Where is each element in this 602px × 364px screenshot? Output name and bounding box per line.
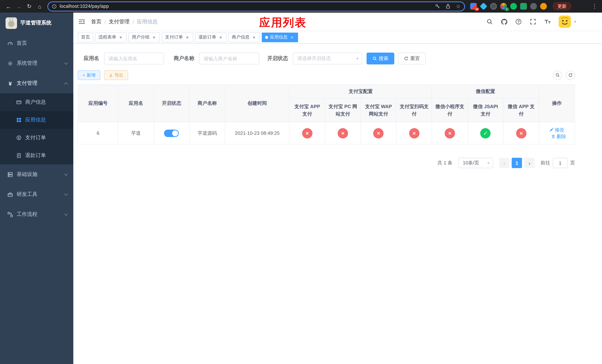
- col-wx-app: 微信 APP 支付: [503, 98, 539, 122]
- share-icon[interactable]: [446, 4, 451, 9]
- sidebar-item-pay[interactable]: ¥ 支付管理: [0, 73, 73, 93]
- header-search-icon[interactable]: [486, 18, 493, 25]
- breadcrumb-current: 应用信息: [137, 18, 158, 25]
- search-button[interactable]: 搜索: [366, 53, 394, 64]
- extension-badge: 1: [505, 7, 509, 11]
- extensions-area: 10 1: [470, 3, 547, 10]
- extension-icon-face[interactable]: [540, 3, 547, 10]
- sidebar-item-app[interactable]: 应用信息: [0, 111, 73, 129]
- app-table: 应用编号 应用名 开启状态 商户名称 创建时间 支付宝配置 微信配置 操作 支付…: [78, 85, 575, 144]
- chevron-down-icon: [64, 212, 68, 215]
- app-name-input[interactable]: [104, 53, 164, 64]
- pagination: 共 1 条 10条/页 ▾ ‹ 1 › 前往 页: [78, 158, 575, 168]
- sidebar-item-infra[interactable]: 基础设施: [0, 164, 73, 184]
- sidebar-item-home[interactable]: 首页: [0, 33, 73, 53]
- extension-icon-wechat[interactable]: [510, 3, 517, 10]
- page-content: 应用名 商户名称 开启状态 请选择开启状态 ▾ 搜索: [73, 44, 602, 364]
- pay-submenu: 商户信息 应用信息 支付订单: [0, 93, 73, 164]
- status-select[interactable]: 请选择开启状态 ▾: [293, 53, 362, 64]
- breadcrumb-home[interactable]: 首页: [91, 18, 101, 25]
- extension-icon-note[interactable]: [520, 3, 527, 10]
- tab-process-form[interactable]: 流程表单 ×: [95, 32, 127, 42]
- sidebar-item-refund[interactable]: 退款订单: [0, 147, 73, 164]
- reset-button[interactable]: 重置: [398, 53, 426, 64]
- tab-close-icon[interactable]: ×: [118, 35, 123, 40]
- url-text[interactable]: localhost:1024/pay/app: [60, 4, 430, 9]
- browser-home-button[interactable]: ⌂: [35, 1, 44, 11]
- breadcrumb-separator: /: [104, 19, 106, 25]
- extension-icon-avatar[interactable]: 1: [500, 3, 507, 10]
- sidebar-item-merchant[interactable]: 商户信息: [0, 93, 73, 111]
- gear-icon: [7, 61, 13, 66]
- merchant-name-input[interactable]: [199, 53, 259, 64]
- browser-update-button[interactable]: 更新: [553, 2, 571, 10]
- cell-status: [154, 122, 189, 144]
- extension-icon-globe[interactable]: [490, 3, 497, 10]
- tab-app-info[interactable]: 应用信息 ×: [262, 32, 298, 42]
- sidebar-item-dev[interactable]: 研发工具: [0, 184, 73, 204]
- group-alipay-config: 支付宝配置: [289, 85, 432, 98]
- col-app-id: 应用编号: [78, 85, 118, 122]
- extension-icon-puzzle[interactable]: [530, 3, 537, 10]
- browser-reload-button[interactable]: ↻: [24, 1, 34, 11]
- sidebar-item-label: 退款订单: [25, 152, 46, 159]
- pay-order-icon: [16, 135, 22, 140]
- avatar-caret-icon[interactable]: ▾: [574, 20, 576, 24]
- search-icon: [555, 73, 559, 77]
- tab-close-icon[interactable]: ×: [251, 35, 257, 40]
- prev-page-button[interactable]: ‹: [499, 158, 509, 168]
- tab-label: 用户分组: [132, 34, 150, 40]
- chevron-down-icon: ▾: [356, 56, 358, 61]
- add-button[interactable]: + 新增: [78, 70, 100, 80]
- address-bar[interactable]: localhost:1024/pay/app ☆: [47, 1, 465, 11]
- help-icon[interactable]: [515, 18, 522, 25]
- fullscreen-icon[interactable]: [530, 18, 537, 25]
- sidebar-item-label: 商户信息: [25, 99, 46, 106]
- tab-close-icon[interactable]: ×: [290, 35, 295, 40]
- extension-icon-grid[interactable]: 10: [470, 3, 477, 10]
- site-info-icon[interactable]: [52, 4, 57, 9]
- tab-refund-order[interactable]: 退款订单 ×: [195, 32, 226, 42]
- breadcrumb-pay[interactable]: 支付管理: [109, 18, 129, 25]
- tab-close-icon[interactable]: ×: [218, 35, 223, 40]
- top-navbar: 首页 / 支付管理 / 应用信息: [73, 13, 602, 31]
- browser-back-button[interactable]: ←: [4, 1, 13, 11]
- tab-merchant-info[interactable]: 商户信息 ×: [228, 32, 260, 42]
- next-page-button[interactable]: ›: [524, 158, 535, 168]
- sidebar-item-workflow[interactable]: 工作流程: [0, 204, 73, 225]
- logo-image: [6, 17, 17, 29]
- tab-close-icon[interactable]: ×: [185, 35, 190, 40]
- col-status: 开启状态: [154, 85, 189, 122]
- export-button[interactable]: 导出: [104, 70, 128, 80]
- tab-home[interactable]: 首页: [78, 32, 93, 42]
- tab-close-icon[interactable]: ×: [151, 35, 157, 40]
- status-toggle[interactable]: [164, 129, 179, 137]
- edit-button[interactable]: 修改: [550, 127, 564, 133]
- page-size-select[interactable]: 10条/页 ▾: [458, 158, 493, 168]
- sidebar-toggle-button[interactable]: [73, 13, 90, 31]
- sidebar-item-order[interactable]: 支付订单: [0, 129, 73, 147]
- wechat-jsapi-status-icon: ✓: [480, 128, 491, 138]
- chevron-down-icon: [64, 172, 68, 175]
- chevron-down-icon: [64, 61, 68, 64]
- toggle-search-button[interactable]: [553, 71, 562, 80]
- browser-menu-icon[interactable]: ⋮: [591, 3, 598, 10]
- extension-icon-diamond[interactable]: [480, 3, 487, 10]
- font-size-icon[interactable]: [544, 18, 551, 25]
- refresh-table-button[interactable]: [566, 71, 575, 80]
- sidebar-item-system[interactable]: 系统管理: [0, 53, 73, 73]
- pagination-total: 共 1 条: [437, 160, 452, 166]
- tab-pay-order[interactable]: 支付订单 ×: [162, 32, 193, 42]
- delete-button[interactable]: 删除: [551, 133, 566, 140]
- user-avatar[interactable]: [559, 16, 571, 28]
- tab-user-group[interactable]: 用户分组 ×: [129, 32, 160, 42]
- page-number-1[interactable]: 1: [512, 158, 522, 168]
- github-icon[interactable]: [501, 18, 508, 25]
- yen-icon: ¥: [7, 81, 13, 86]
- col-actions: 操作: [539, 85, 575, 122]
- goto-page-input[interactable]: [553, 158, 568, 168]
- bookmark-star-icon[interactable]: ☆: [456, 3, 461, 9]
- browser-forward-button[interactable]: →: [14, 1, 24, 11]
- cell-actions: 修改 删除: [539, 122, 575, 144]
- password-key-icon[interactable]: [435, 4, 441, 9]
